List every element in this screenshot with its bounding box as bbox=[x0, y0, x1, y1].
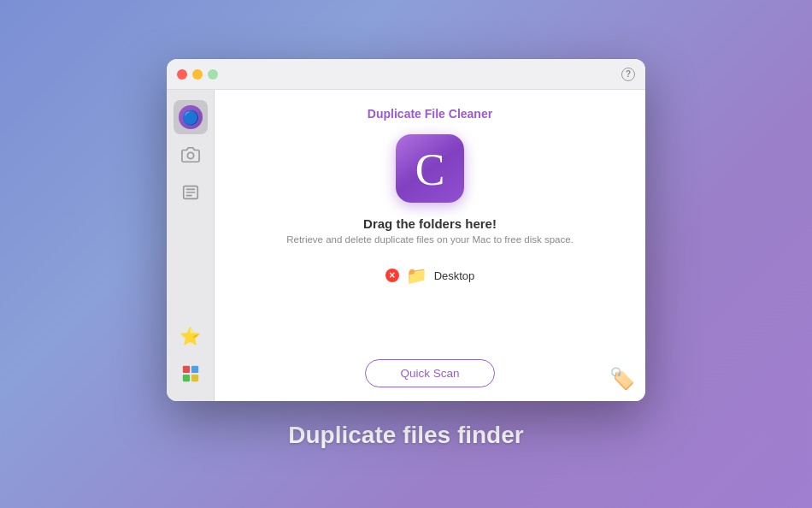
close-button[interactable] bbox=[177, 69, 187, 80]
folder-icon: 📁 bbox=[406, 265, 427, 286]
traffic-lights bbox=[177, 69, 218, 80]
bottom-right-icon: 🏷️ bbox=[609, 367, 635, 391]
sidebar-item-camera[interactable] bbox=[174, 138, 208, 172]
remove-folder-button[interactable] bbox=[385, 269, 399, 282]
drag-subtitle: Retrieve and delete duplicate files on y… bbox=[286, 234, 574, 245]
home-icon: 🔵 bbox=[179, 105, 203, 129]
sidebar-item-home[interactable]: 🔵 bbox=[174, 100, 208, 134]
app-icon-letter: C bbox=[415, 148, 445, 192]
folder-name: Desktop bbox=[434, 269, 475, 282]
maximize-button[interactable] bbox=[208, 69, 218, 80]
sidebar-item-star[interactable]: ⭐ bbox=[174, 319, 208, 353]
camera-icon bbox=[181, 145, 200, 164]
drag-title: Drag the folders here! bbox=[363, 216, 497, 231]
main-content: Duplicate File Cleaner C Drag the folder… bbox=[215, 90, 645, 401]
tagline: Duplicate files finder bbox=[288, 422, 523, 449]
svg-point-0 bbox=[187, 152, 193, 158]
sidebar: 🔵 ⭐ bbox=[167, 90, 215, 401]
svg-rect-6 bbox=[191, 366, 197, 373]
svg-rect-5 bbox=[182, 366, 189, 373]
sidebar-item-grid[interactable] bbox=[174, 357, 208, 391]
folder-list: 📁 Desktop bbox=[235, 262, 625, 313]
app-window: ? 🔵 ⭐ bbox=[167, 59, 645, 401]
sidebar-item-list[interactable] bbox=[174, 175, 208, 210]
list-icon bbox=[181, 183, 200, 202]
titlebar: ? bbox=[167, 59, 645, 90]
quick-scan-button[interactable]: Quick Scan bbox=[365, 359, 494, 387]
grid-icon bbox=[181, 364, 200, 383]
sidebar-bottom: ⭐ bbox=[174, 319, 208, 401]
app-icon: C bbox=[396, 134, 464, 203]
app-title: Duplicate File Cleaner bbox=[368, 107, 492, 121]
folder-item: 📁 Desktop bbox=[379, 262, 482, 289]
minimize-button[interactable] bbox=[192, 69, 203, 80]
svg-rect-7 bbox=[182, 375, 189, 381]
star-icon: ⭐ bbox=[179, 326, 201, 346]
svg-rect-8 bbox=[191, 375, 197, 381]
help-button[interactable]: ? bbox=[621, 68, 635, 81]
